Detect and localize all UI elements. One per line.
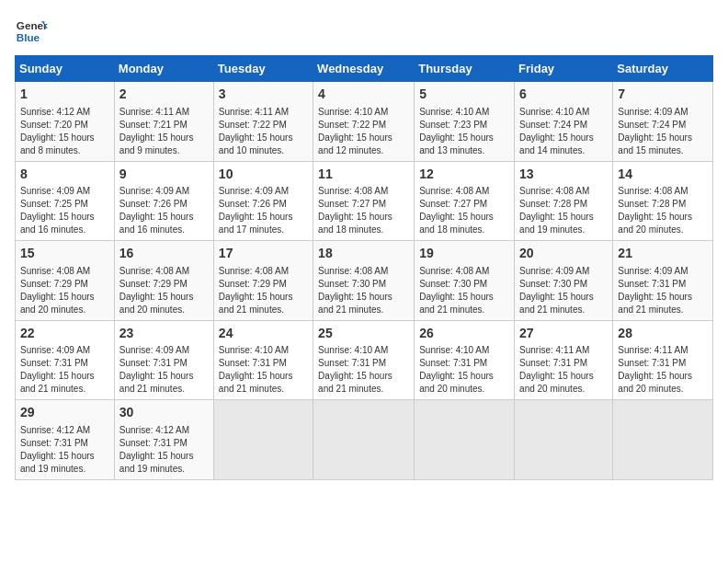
calendar-week-2: 8Sunrise: 4:09 AM Sunset: 7:25 PM Daylig… (16, 161, 713, 241)
svg-text:Blue: Blue (17, 31, 40, 43)
day-number: 20 (519, 245, 608, 263)
header-wednesday: Wednesday (313, 56, 415, 82)
day-number: 4 (318, 86, 409, 104)
header-saturday: Saturday (613, 56, 713, 82)
day-number: 12 (419, 166, 509, 184)
calendar-cell: 18Sunrise: 4:08 AM Sunset: 7:30 PM Dayli… (313, 241, 415, 321)
day-number: 5 (419, 86, 509, 104)
calendar-cell: 6Sunrise: 4:10 AM Sunset: 7:24 PM Daylig… (515, 82, 613, 162)
calendar-cell: 22Sunrise: 4:09 AM Sunset: 7:31 PM Dayli… (16, 320, 115, 400)
day-number: 18 (318, 245, 409, 263)
day-info: Sunrise: 4:08 AM Sunset: 7:27 PM Dayligh… (318, 185, 409, 236)
calendar-cell: 3Sunrise: 4:11 AM Sunset: 7:22 PM Daylig… (213, 82, 313, 162)
day-number: 27 (519, 325, 608, 343)
calendar-cell (515, 400, 613, 480)
header-sunday: Sunday (16, 56, 115, 82)
calendar-cell: 17Sunrise: 4:08 AM Sunset: 7:29 PM Dayli… (213, 241, 313, 321)
day-info: Sunrise: 4:08 AM Sunset: 7:29 PM Dayligh… (20, 265, 109, 316)
calendar-cell: 25Sunrise: 4:10 AM Sunset: 7:31 PM Dayli… (313, 320, 415, 400)
day-info: Sunrise: 4:09 AM Sunset: 7:25 PM Dayligh… (20, 185, 109, 236)
day-info: Sunrise: 4:11 AM Sunset: 7:21 PM Dayligh… (119, 106, 209, 157)
day-info: Sunrise: 4:11 AM Sunset: 7:31 PM Dayligh… (618, 344, 708, 396)
day-number: 30 (119, 404, 209, 422)
day-number: 28 (618, 325, 708, 343)
calendar-cell: 27Sunrise: 4:11 AM Sunset: 7:31 PM Dayli… (515, 320, 613, 400)
day-number: 17 (219, 245, 308, 263)
header-monday: Monday (114, 56, 213, 82)
calendar-cell: 24Sunrise: 4:10 AM Sunset: 7:31 PM Dayli… (213, 320, 313, 400)
calendar-cell: 16Sunrise: 4:08 AM Sunset: 7:29 PM Dayli… (114, 241, 213, 321)
calendar-cell: 19Sunrise: 4:08 AM Sunset: 7:30 PM Dayli… (415, 241, 515, 321)
day-info: Sunrise: 4:10 AM Sunset: 7:31 PM Dayligh… (219, 344, 308, 396)
day-info: Sunrise: 4:09 AM Sunset: 7:24 PM Dayligh… (618, 106, 708, 157)
calendar-cell: 2Sunrise: 4:11 AM Sunset: 7:21 PM Daylig… (114, 82, 213, 162)
day-info: Sunrise: 4:10 AM Sunset: 7:23 PM Dayligh… (419, 106, 509, 157)
day-info: Sunrise: 4:10 AM Sunset: 7:22 PM Dayligh… (318, 106, 409, 157)
day-info: Sunrise: 4:10 AM Sunset: 7:24 PM Dayligh… (519, 106, 608, 157)
day-info: Sunrise: 4:12 AM Sunset: 7:20 PM Dayligh… (20, 106, 109, 157)
day-info: Sunrise: 4:09 AM Sunset: 7:26 PM Dayligh… (219, 185, 308, 236)
svg-text:General: General (17, 19, 48, 31)
logo: General Blue (15, 15, 48, 48)
calendar-cell: 15Sunrise: 4:08 AM Sunset: 7:29 PM Dayli… (16, 241, 115, 321)
day-info: Sunrise: 4:08 AM Sunset: 7:28 PM Dayligh… (519, 185, 608, 236)
logo-icon: General Blue (15, 15, 48, 48)
day-number: 21 (618, 245, 708, 263)
calendar-cell: 9Sunrise: 4:09 AM Sunset: 7:26 PM Daylig… (114, 161, 213, 241)
day-info: Sunrise: 4:08 AM Sunset: 7:28 PM Dayligh… (618, 185, 708, 236)
day-number: 25 (318, 325, 409, 343)
calendar-week-3: 15Sunrise: 4:08 AM Sunset: 7:29 PM Dayli… (16, 241, 713, 321)
day-info: Sunrise: 4:12 AM Sunset: 7:31 PM Dayligh… (119, 424, 209, 476)
day-number: 23 (119, 325, 209, 343)
day-number: 2 (119, 86, 209, 104)
day-number: 14 (618, 166, 708, 184)
day-info: Sunrise: 4:10 AM Sunset: 7:31 PM Dayligh… (318, 344, 409, 396)
calendar-cell: 21Sunrise: 4:09 AM Sunset: 7:31 PM Dayli… (613, 241, 713, 321)
calendar-cell: 28Sunrise: 4:11 AM Sunset: 7:31 PM Dayli… (613, 320, 713, 400)
day-number: 19 (419, 245, 509, 263)
calendar-cell: 23Sunrise: 4:09 AM Sunset: 7:31 PM Dayli… (114, 320, 213, 400)
day-info: Sunrise: 4:09 AM Sunset: 7:31 PM Dayligh… (119, 344, 209, 396)
calendar-cell (313, 400, 415, 480)
calendar-cell: 29Sunrise: 4:12 AM Sunset: 7:31 PM Dayli… (16, 400, 115, 480)
day-info: Sunrise: 4:08 AM Sunset: 7:29 PM Dayligh… (119, 265, 209, 316)
calendar-week-4: 22Sunrise: 4:09 AM Sunset: 7:31 PM Dayli… (16, 320, 713, 400)
day-number: 29 (20, 404, 109, 422)
calendar-cell (613, 400, 713, 480)
day-number: 11 (318, 166, 409, 184)
day-number: 24 (219, 325, 308, 343)
day-number: 26 (419, 325, 509, 343)
calendar-cell: 13Sunrise: 4:08 AM Sunset: 7:28 PM Dayli… (515, 161, 613, 241)
calendar-cell: 10Sunrise: 4:09 AM Sunset: 7:26 PM Dayli… (213, 161, 313, 241)
calendar-table: SundayMondayTuesdayWednesdayThursdayFrid… (15, 55, 713, 480)
day-info: Sunrise: 4:12 AM Sunset: 7:31 PM Dayligh… (20, 424, 109, 476)
day-info: Sunrise: 4:09 AM Sunset: 7:31 PM Dayligh… (20, 344, 109, 396)
day-info: Sunrise: 4:08 AM Sunset: 7:30 PM Dayligh… (318, 265, 409, 316)
day-info: Sunrise: 4:09 AM Sunset: 7:31 PM Dayligh… (618, 265, 708, 316)
day-info: Sunrise: 4:08 AM Sunset: 7:27 PM Dayligh… (419, 185, 509, 236)
day-info: Sunrise: 4:11 AM Sunset: 7:31 PM Dayligh… (519, 344, 608, 396)
calendar-cell: 8Sunrise: 4:09 AM Sunset: 7:25 PM Daylig… (16, 161, 115, 241)
day-number: 3 (219, 86, 308, 104)
calendar-cell: 30Sunrise: 4:12 AM Sunset: 7:31 PM Dayli… (114, 400, 213, 480)
calendar-week-1: 1Sunrise: 4:12 AM Sunset: 7:20 PM Daylig… (16, 82, 713, 162)
calendar-cell: 4Sunrise: 4:10 AM Sunset: 7:22 PM Daylig… (313, 82, 415, 162)
day-info: Sunrise: 4:09 AM Sunset: 7:26 PM Dayligh… (119, 185, 209, 236)
day-number: 7 (618, 86, 708, 104)
day-number: 22 (20, 325, 109, 343)
calendar-cell: 14Sunrise: 4:08 AM Sunset: 7:28 PM Dayli… (613, 161, 713, 241)
day-info: Sunrise: 4:11 AM Sunset: 7:22 PM Dayligh… (219, 106, 308, 157)
day-number: 13 (519, 166, 608, 184)
day-info: Sunrise: 4:10 AM Sunset: 7:31 PM Dayligh… (419, 344, 509, 396)
calendar-cell (213, 400, 313, 480)
calendar-week-5: 29Sunrise: 4:12 AM Sunset: 7:31 PM Dayli… (16, 400, 713, 480)
calendar-cell: 7Sunrise: 4:09 AM Sunset: 7:24 PM Daylig… (613, 82, 713, 162)
day-info: Sunrise: 4:09 AM Sunset: 7:30 PM Dayligh… (519, 265, 608, 316)
day-number: 1 (20, 86, 109, 104)
calendar-cell: 5Sunrise: 4:10 AM Sunset: 7:23 PM Daylig… (415, 82, 515, 162)
calendar-cell: 26Sunrise: 4:10 AM Sunset: 7:31 PM Dayli… (415, 320, 515, 400)
day-number: 8 (20, 166, 109, 184)
day-number: 16 (119, 245, 209, 263)
calendar-cell: 11Sunrise: 4:08 AM Sunset: 7:27 PM Dayli… (313, 161, 415, 241)
calendar-header-row: SundayMondayTuesdayWednesdayThursdayFrid… (16, 56, 713, 82)
